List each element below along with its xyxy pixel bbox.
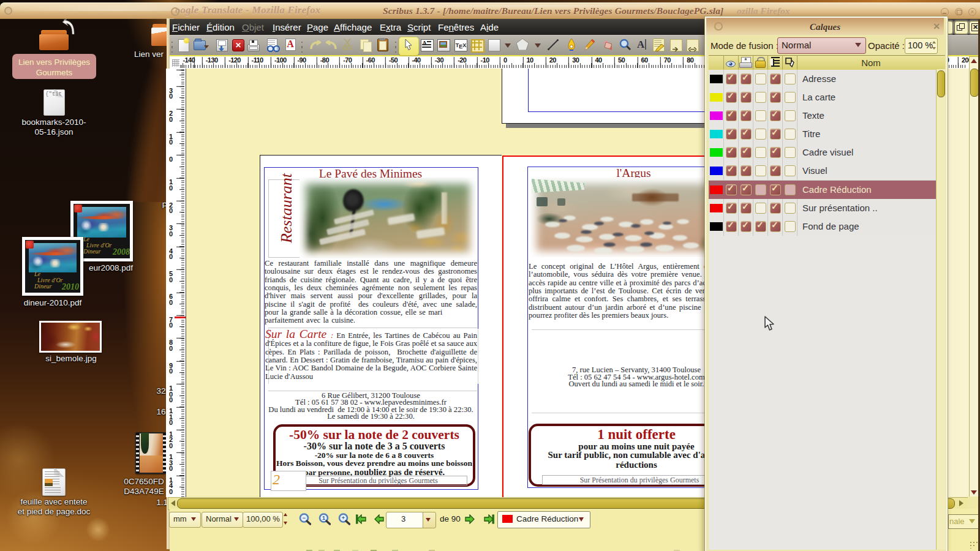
svg-text:1: 1 bbox=[322, 515, 325, 521]
svg-text:+: + bbox=[342, 515, 345, 521]
svg-text:−: − bbox=[303, 515, 306, 521]
